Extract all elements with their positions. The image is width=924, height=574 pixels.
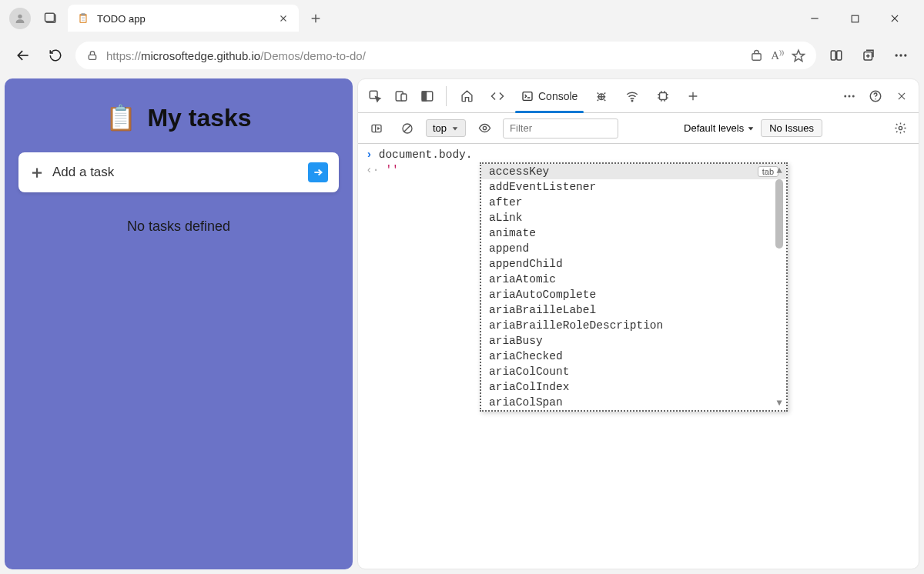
- console-body[interactable]: › document.body. ‹· '' accessKeytabaddEv…: [358, 144, 919, 569]
- svg-rect-18: [89, 55, 95, 59]
- dock-icon: [420, 89, 434, 103]
- maximize-button[interactable]: [839, 6, 870, 31]
- console-icon: [521, 90, 534, 102]
- window-close-button[interactable]: [879, 6, 910, 31]
- svg-rect-2: [45, 13, 55, 22]
- svg-marker-67: [453, 127, 458, 130]
- profile-avatar[interactable]: [9, 8, 31, 29]
- devtools-close-button[interactable]: [889, 84, 914, 108]
- tab-actions-button[interactable]: [38, 6, 63, 31]
- close-icon: [279, 14, 288, 23]
- svg-rect-45: [660, 92, 667, 99]
- minimize-button[interactable]: [799, 6, 830, 31]
- settings-menu-button[interactable]: [889, 43, 913, 68]
- refresh-button[interactable]: [43, 43, 68, 68]
- autocomplete-item[interactable]: ariaBrailleRoleDescription: [481, 318, 786, 333]
- close-icon: [896, 91, 907, 102]
- tab-close-button[interactable]: [277, 12, 290, 25]
- read-aloud-button[interactable]: A)): [771, 48, 784, 62]
- log-levels-label: Default levels: [684, 122, 744, 134]
- svg-rect-4: [81, 13, 85, 15]
- console-input-text: document.body.: [379, 149, 473, 161]
- autocomplete-item[interactable]: ariaColCount: [481, 364, 786, 379]
- output-icon: ‹·: [366, 164, 379, 176]
- autocomplete-item[interactable]: ariaAtomic: [481, 272, 786, 287]
- new-tab-button[interactable]: [303, 6, 328, 31]
- more-icon: [893, 48, 909, 63]
- split-screen-icon: [829, 48, 843, 62]
- clear-console-button[interactable]: [395, 116, 420, 141]
- autocomplete-item[interactable]: ariaAutoComplete: [481, 287, 786, 302]
- scroll-thumb[interactable]: [775, 179, 783, 249]
- back-button[interactable]: [11, 43, 35, 68]
- autocomplete-item[interactable]: ariaBrailleLabel: [481, 302, 786, 318]
- tab-welcome[interactable]: [453, 79, 481, 112]
- svg-point-58: [852, 95, 855, 97]
- window-controls: [799, 6, 910, 31]
- device-icon: [394, 89, 408, 103]
- console-input-line[interactable]: › document.body.: [358, 147, 919, 162]
- browser-tab[interactable]: TODO app: [68, 5, 299, 32]
- tab-network[interactable]: [618, 79, 647, 112]
- collections-button[interactable]: [856, 43, 881, 68]
- url-field[interactable]: https://microsoftedge.github.io/Demos/de…: [75, 42, 816, 69]
- console-sidebar-toggle[interactable]: [364, 116, 389, 141]
- live-expression-button[interactable]: [472, 116, 497, 141]
- tab-console[interactable]: Console: [514, 79, 585, 112]
- autocomplete-item[interactable]: animate: [481, 225, 786, 241]
- autocomplete-item[interactable]: append: [481, 241, 786, 256]
- svg-marker-69: [748, 127, 754, 130]
- autocomplete-item[interactable]: addEventListener: [481, 179, 786, 195]
- add-task-submit-button[interactable]: [308, 162, 328, 182]
- issues-button[interactable]: No Issues: [761, 119, 822, 137]
- devtools-help-button[interactable]: [863, 84, 888, 108]
- autocomplete-item[interactable]: ariaChecked: [481, 349, 786, 364]
- maximize-icon: [850, 14, 860, 24]
- autocomplete-popup[interactable]: accessKeytabaddEventListenerafteraLinkan…: [480, 162, 788, 412]
- devtools-more-button[interactable]: [837, 84, 862, 108]
- tab-performance[interactable]: [648, 79, 678, 112]
- lock-icon: [86, 49, 99, 62]
- add-task-row[interactable]: ＋ Add a task: [18, 152, 339, 192]
- favorite-star-icon[interactable]: [792, 48, 805, 62]
- scroll-up-icon[interactable]: ▲: [776, 165, 782, 176]
- console-settings-button[interactable]: [888, 116, 912, 141]
- collections-icon: [862, 48, 875, 62]
- clipboard-icon: 📋: [105, 103, 136, 132]
- arrow-left-icon: [15, 48, 31, 63]
- svg-point-60: [875, 98, 876, 100]
- tab-sources[interactable]: [587, 79, 616, 112]
- autocomplete-item[interactable]: ariaBusy: [481, 333, 786, 349]
- eye-icon: [478, 122, 491, 135]
- filter-input[interactable]: [503, 118, 618, 138]
- plus-icon: ＋: [29, 165, 45, 180]
- todo-app-panel: 📋 My tasks ＋ Add a task No tasks defined: [5, 78, 353, 569]
- shopping-icon[interactable]: [750, 49, 763, 62]
- plus-icon: [687, 90, 699, 102]
- svg-rect-34: [422, 92, 426, 101]
- autocomplete-item[interactable]: ariaColIndex: [481, 379, 786, 395]
- tab-more[interactable]: [679, 79, 707, 112]
- app-heading: 📋 My tasks: [18, 103, 339, 132]
- log-levels-dropdown[interactable]: Default levels: [684, 122, 755, 134]
- refresh-icon: [49, 48, 62, 62]
- gear-icon: [894, 122, 907, 135]
- autocomplete-item[interactable]: aLink: [481, 210, 786, 225]
- tab-elements[interactable]: [483, 79, 512, 112]
- context-selector[interactable]: top: [426, 119, 466, 137]
- app-heading-text: My tasks: [147, 104, 251, 132]
- split-screen-button[interactable]: [824, 43, 849, 68]
- inspect-element-button[interactable]: [363, 84, 387, 108]
- device-toggle-button[interactable]: [389, 84, 413, 108]
- svg-point-70: [899, 126, 902, 129]
- dock-side-button[interactable]: [415, 84, 440, 108]
- scroll-down-icon[interactable]: ▼: [776, 398, 782, 409]
- tab-title: TODO app: [97, 13, 270, 25]
- minimize-icon: [809, 13, 820, 24]
- autocomplete-item[interactable]: accessKeytab: [481, 164, 786, 179]
- autocomplete-item[interactable]: after: [481, 195, 786, 210]
- autocomplete-scrollbar[interactable]: ▲ ▼: [774, 165, 785, 409]
- autocomplete-item[interactable]: ariaColSpan: [481, 395, 786, 410]
- autocomplete-item[interactable]: appendChild: [481, 256, 786, 272]
- console-toolbar: top Default levels No Issues: [358, 113, 919, 144]
